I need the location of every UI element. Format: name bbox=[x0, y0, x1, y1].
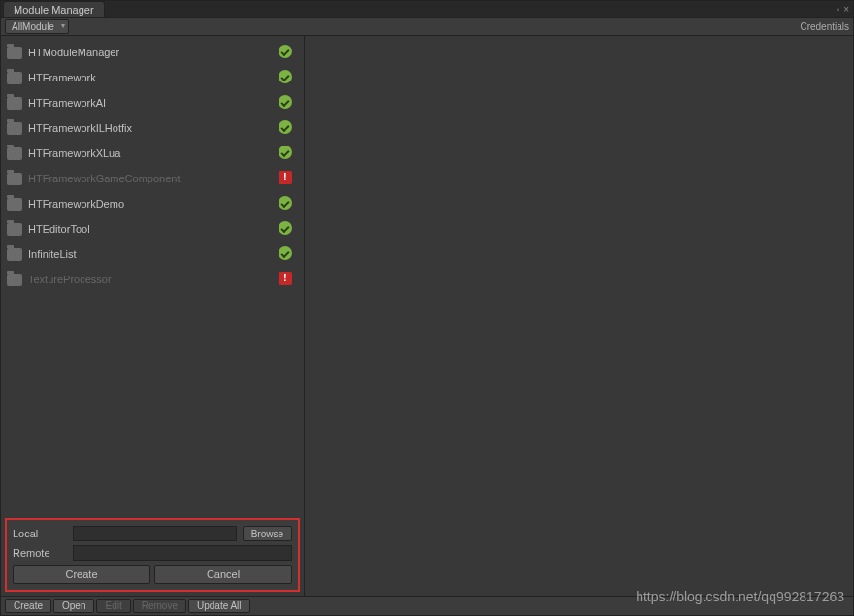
module-item[interactable]: HTEditorTool bbox=[1, 216, 304, 242]
status-ok-icon bbox=[279, 95, 294, 111]
module-name: InfiniteList bbox=[28, 248, 279, 260]
browse-button[interactable]: Browse bbox=[243, 526, 292, 541]
module-name: HTEditorTool bbox=[28, 223, 279, 235]
module-name: HTFrameworkILHotfix bbox=[28, 122, 279, 134]
folder-icon bbox=[7, 274, 22, 286]
remote-input[interactable] bbox=[73, 545, 292, 561]
status-ok-icon bbox=[279, 70, 294, 85]
folder-icon bbox=[7, 198, 22, 211]
cancel-button[interactable]: Cancel bbox=[154, 565, 292, 584]
module-name: TextureProcessor bbox=[28, 274, 279, 285]
module-item[interactable]: TextureProcessor bbox=[1, 267, 304, 292]
module-item[interactable]: HTFrameworkAI bbox=[1, 90, 304, 115]
folder-icon bbox=[7, 223, 22, 236]
module-item[interactable]: HTFrameworkDemo bbox=[1, 191, 304, 216]
module-name: HTFrameworkAI bbox=[28, 97, 279, 109]
module-filter-dropdown[interactable]: AllModule bbox=[5, 19, 69, 34]
status-ok-icon bbox=[279, 120, 294, 136]
local-input[interactable] bbox=[73, 526, 237, 541]
folder-icon bbox=[7, 47, 22, 59]
module-name: HTFrameworkDemo bbox=[28, 198, 279, 210]
left-panel: HTModuleManagerHTFrameworkHTFrameworkAIH… bbox=[1, 36, 305, 596]
detail-panel bbox=[305, 36, 853, 596]
module-list: HTModuleManagerHTFrameworkHTFrameworkAIH… bbox=[1, 36, 304, 514]
close-icon[interactable]: × bbox=[843, 4, 849, 15]
create-module-form: Local Browse Remote Create Cancel bbox=[5, 518, 300, 592]
bottom-update-all-button[interactable]: Update All bbox=[188, 599, 250, 613]
status-ok-icon bbox=[279, 221, 294, 237]
bottom-remove-button[interactable]: Remove bbox=[133, 599, 186, 613]
window-menu-icon[interactable]: ▫ bbox=[837, 4, 840, 15]
status-ok-icon bbox=[279, 196, 294, 211]
module-item[interactable]: HTFrameworkGameComponent bbox=[1, 166, 304, 191]
folder-icon bbox=[7, 248, 22, 261]
status-ok-icon bbox=[279, 45, 294, 60]
folder-icon bbox=[7, 147, 22, 160]
module-name: HTModuleManager bbox=[28, 47, 279, 58]
module-name: HTFrameworkXLua bbox=[28, 147, 279, 159]
toolbar: AllModule Credentials bbox=[1, 18, 853, 36]
bottom-create-button[interactable]: Create bbox=[5, 599, 51, 613]
status-warn-icon bbox=[279, 272, 294, 287]
create-button[interactable]: Create bbox=[13, 565, 150, 584]
status-warn-icon bbox=[279, 171, 294, 186]
folder-icon bbox=[7, 72, 22, 84]
folder-icon bbox=[7, 97, 22, 110]
remote-label: Remote bbox=[13, 547, 67, 559]
module-item[interactable]: InfiniteList bbox=[1, 242, 304, 267]
local-label: Local bbox=[13, 528, 67, 539]
module-item[interactable]: HTModuleManager bbox=[1, 40, 304, 65]
status-ok-icon bbox=[279, 246, 294, 262]
module-name: HTFramework bbox=[28, 72, 279, 83]
bottom-open-button[interactable]: Open bbox=[53, 599, 94, 613]
module-item[interactable]: HTFrameworkXLua bbox=[1, 141, 304, 166]
bottom-toolbar: Create Open Edit Remove Update All bbox=[1, 596, 853, 615]
module-item[interactable]: HTFrameworkILHotfix bbox=[1, 115, 304, 141]
folder-icon bbox=[7, 173, 22, 185]
status-ok-icon bbox=[279, 146, 294, 161]
module-name: HTFrameworkGameComponent bbox=[28, 173, 279, 184]
folder-icon bbox=[7, 122, 22, 135]
window-tab[interactable]: Module Manager bbox=[3, 1, 105, 17]
bottom-edit-button[interactable]: Edit bbox=[96, 599, 130, 613]
titlebar: Module Manager ▫ × bbox=[1, 1, 853, 18]
module-item[interactable]: HTFramework bbox=[1, 65, 304, 90]
credentials-link[interactable]: Credentials bbox=[800, 21, 849, 32]
